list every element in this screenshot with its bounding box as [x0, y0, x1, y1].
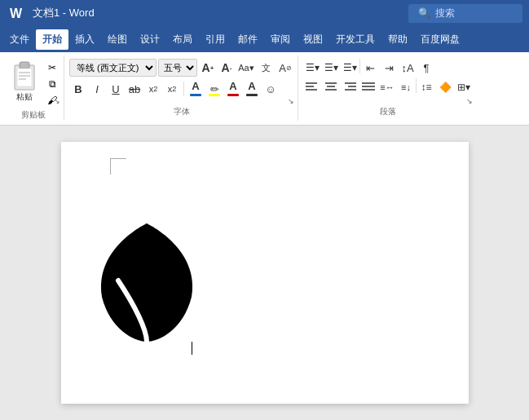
- window-title: 文档1 - Word: [33, 6, 408, 20]
- leaf-image: [94, 215, 200, 349]
- title-bar: W 文档1 - Word 🔍 搜索: [0, 0, 529, 26]
- sort-button[interactable]: ↕A: [399, 59, 417, 77]
- paragraph-label: 段落: [303, 104, 473, 119]
- font-top-row: 等线 (西文正文) 五号 四号 三号 A+ A- Aa▾ 文 A⊘: [69, 59, 294, 77]
- bold-button[interactable]: B: [69, 80, 87, 98]
- document-area: [0, 126, 529, 420]
- font-size-select[interactable]: 五号 四号 三号: [158, 59, 197, 77]
- show-hide-button[interactable]: ¶: [417, 59, 435, 77]
- menu-view[interactable]: 视图: [297, 29, 329, 50]
- menu-bar: 文件 开始 插入 绘图 设计 布局 引用 邮件 审阅 视图 开发工具 帮助 百度…: [0, 26, 529, 52]
- line-spacing-button[interactable]: ↕≡: [417, 78, 435, 96]
- search-box[interactable]: 🔍 搜索: [408, 4, 522, 23]
- para-divider1: [359, 59, 360, 73]
- ribbon: 粘贴 ✂ ⧉ 🖌 剪贴板 ↘ 等线 (西文正文): [0, 52, 529, 126]
- distributed-button[interactable]: ≡↔: [378, 78, 396, 96]
- clipboard-label: 剪贴板: [7, 108, 60, 122]
- ribbon-group-paragraph: ☰▾ ☰▾ ☰▾ ⇤ ⇥ ↕A ¶: [300, 55, 476, 121]
- font-family-select[interactable]: 等线 (西文正文): [69, 59, 156, 77]
- shading-button[interactable]: 🔶: [436, 78, 454, 96]
- numbered-list-button[interactable]: ☰▾: [322, 59, 340, 77]
- italic-button[interactable]: I: [88, 80, 106, 98]
- para-divider2: [416, 78, 417, 93]
- svg-rect-4: [17, 69, 32, 86]
- text-cursor: [192, 342, 192, 355]
- shading-font-button[interactable]: A: [243, 80, 261, 98]
- menu-baidu[interactable]: 百度网盘: [414, 29, 466, 50]
- menu-layout[interactable]: 布局: [166, 29, 199, 50]
- menu-references[interactable]: 引用: [199, 29, 231, 50]
- font-divider1: [183, 82, 184, 96]
- menu-design[interactable]: 设计: [134, 29, 166, 50]
- cut-button[interactable]: ✂: [44, 60, 60, 75]
- shrink-font-button[interactable]: A-: [218, 59, 236, 77]
- more-align-button[interactable]: ≡↓: [397, 78, 415, 96]
- font-label: 字体: [69, 104, 294, 119]
- clipboard-expand-icon[interactable]: ↘: [52, 96, 62, 106]
- font-color-button[interactable]: A: [187, 80, 205, 98]
- menu-home[interactable]: 开始: [36, 29, 68, 50]
- font-expand-icon[interactable]: ↘: [286, 96, 296, 106]
- emoji-button[interactable]: ☺: [262, 80, 280, 98]
- paste-button[interactable]: 粘贴: [7, 57, 42, 104]
- ribbon-group-clipboard: 粘贴 ✂ ⧉ 🖌 剪贴板 ↘: [3, 55, 64, 121]
- align-right-button[interactable]: [341, 78, 359, 96]
- ribbon-group-font: 等线 (西文正文) 五号 四号 三号 A+ A- Aa▾ 文 A⊘: [66, 55, 298, 121]
- underline-button[interactable]: U: [107, 80, 125, 98]
- menu-mailings[interactable]: 邮件: [231, 29, 264, 50]
- text-color-button[interactable]: A: [224, 80, 242, 98]
- word-logo: W: [7, 3, 26, 23]
- align-center-button[interactable]: [322, 78, 340, 96]
- page-corner: [110, 158, 126, 175]
- superscript-button[interactable]: x2: [163, 80, 181, 98]
- paragraph-expand-icon[interactable]: ↘: [465, 96, 474, 106]
- menu-review[interactable]: 审阅: [264, 29, 297, 50]
- menu-draw[interactable]: 绘图: [101, 29, 134, 50]
- menu-help[interactable]: 帮助: [381, 29, 414, 50]
- paste-icon: [10, 59, 39, 91]
- subscript-button[interactable]: x2: [144, 80, 162, 98]
- paragraph-row1: ☰▾ ☰▾ ☰▾ ⇤ ⇥ ↕A ¶: [303, 59, 473, 77]
- svg-text:W: W: [10, 7, 23, 20]
- bullet-list-button[interactable]: ☰▾: [303, 59, 321, 77]
- grow-font-button[interactable]: A+: [199, 59, 217, 77]
- paste-label: 粘贴: [16, 91, 33, 103]
- align-left-button[interactable]: [303, 78, 321, 96]
- borders-button[interactable]: ⊞▾: [455, 78, 473, 96]
- menu-insert[interactable]: 插入: [68, 29, 101, 50]
- multilevel-list-button[interactable]: ☰▾: [341, 59, 359, 77]
- decrease-indent-button[interactable]: ⇤: [361, 59, 379, 77]
- ribbon-groups: 粘贴 ✂ ⧉ 🖌 剪贴板 ↘ 等线 (西文正文): [3, 55, 526, 121]
- menu-file[interactable]: 文件: [3, 29, 36, 50]
- grow-shrink-row: A+ A-: [199, 59, 236, 77]
- strikethrough-button[interactable]: ab: [126, 80, 143, 98]
- copy-button[interactable]: ⧉: [44, 77, 60, 91]
- highlight-color-button[interactable]: ✏: [205, 80, 223, 98]
- clear-format-button[interactable]: A⊘: [276, 59, 294, 77]
- menu-developer[interactable]: 开发工具: [329, 29, 381, 50]
- search-placeholder: 搜索: [435, 7, 455, 20]
- increase-indent-button[interactable]: ⇥: [380, 59, 398, 77]
- svg-rect-3: [20, 62, 29, 69]
- justify-button[interactable]: [359, 78, 377, 96]
- text-highlight-button[interactable]: 文: [257, 59, 275, 77]
- font-format-row: B I U ab x2 x2 A ✏: [69, 80, 294, 98]
- change-case-button[interactable]: Aa▾: [237, 59, 255, 77]
- paragraph-content: ☰▾ ☰▾ ☰▾ ⇤ ⇥ ↕A ¶: [303, 57, 473, 104]
- document-page[interactable]: [61, 142, 469, 404]
- paragraph-row2: ≡↔ ≡↓ ↕≡ 🔶 ⊞▾: [303, 78, 473, 96]
- search-icon: 🔍: [418, 7, 430, 19]
